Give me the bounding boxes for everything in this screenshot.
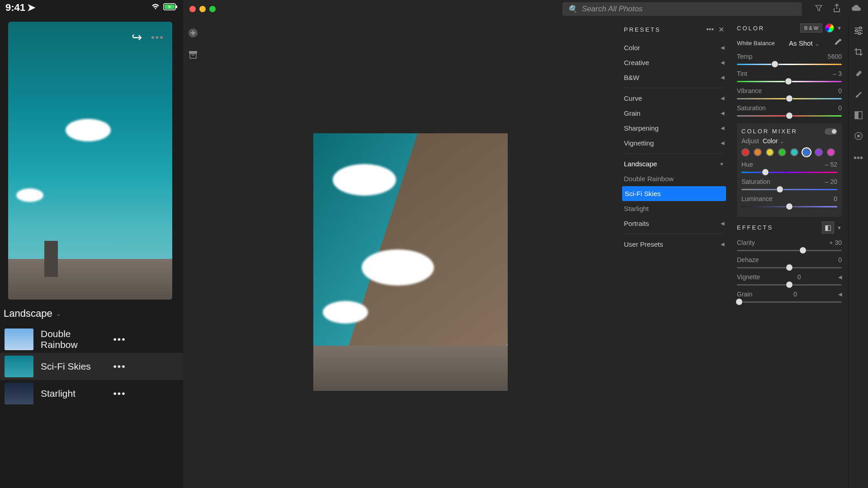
tint-slider[interactable] [737,78,842,84]
clarity-value: + 30 [829,239,842,246]
preset-label: Double Rainbow [41,328,106,350]
color-swatch[interactable] [827,148,835,156]
svg-rect-4 [189,51,197,53]
group-user-presets[interactable]: User Presets◀ [618,237,731,252]
battery-icon [163,3,178,13]
group-landscape[interactable]: Landscape▼ [618,156,731,171]
collapse-icon: ◀ [721,140,724,146]
close-icon[interactable]: ✕ [718,25,724,34]
group-vignetting[interactable]: Vignetting◀ [618,136,731,150]
grain-slider[interactable] [737,299,842,305]
category-dropdown[interactable]: Landscape ⌄ [0,300,183,326]
collapse-icon[interactable]: ◀ [838,291,842,297]
crop-icon[interactable] [854,47,863,59]
preset-double-rainbow[interactable]: Double Rainbow [618,171,731,186]
desktop-app: 🔍 Search All Photos [183,0,868,488]
search-input[interactable]: 🔍 Search All Photos [562,2,802,16]
temp-value: 5600 [828,53,842,60]
maximize-window-button[interactable] [209,6,216,12]
collapse-icon[interactable]: ◀ [838,274,842,280]
brush-icon[interactable] [854,90,863,101]
status-bar: 9:41 ➤ [0,0,183,15]
color-swatch[interactable] [815,148,823,156]
group-creative[interactable]: Creative◀ [618,55,731,70]
color-mixer-section: COLOR MIXER Adjust Color ⌄ Hue– 52 Satur… [737,123,842,217]
group-portraits[interactable]: Portraits◀ [618,216,731,231]
canvas [203,18,618,488]
gradient-icon[interactable] [854,111,863,122]
lum-value: 0 [834,195,837,202]
mobile-view: 9:41 ➤ ↪ ••• Landscape ⌄ Double Rainbow … [0,0,183,488]
lum-slider[interactable] [741,203,837,210]
preset-thumb [5,383,33,404]
minimize-window-button[interactable] [199,6,206,12]
color-swatch[interactable] [802,148,811,156]
saturation-slider[interactable] [737,113,842,119]
cloud-icon[interactable] [851,4,862,14]
color-swatch[interactable] [741,148,750,156]
mobile-preview-image: ↪ ••• [8,22,172,300]
eyedropper-icon[interactable] [834,38,842,48]
hue-value: – 52 [825,161,837,168]
color-swatch[interactable] [778,148,786,156]
preset-label: Starlight [41,388,106,399]
hue-label: Hue [741,161,753,168]
bw-button[interactable]: B & W [800,23,822,33]
more-icon[interactable]: ••• [854,153,863,163]
group-color[interactable]: Color◀ [618,40,731,55]
preset-double-rainbow[interactable]: Double Rainbow ••• [0,326,183,353]
color-title: COLOR [737,25,764,32]
healing-icon[interactable] [854,69,863,80]
status-time: 9:41 [5,2,25,14]
radial-icon[interactable] [854,131,863,143]
share-icon[interactable] [833,4,841,15]
collapse-icon[interactable]: ▼ [837,225,842,230]
more-icon[interactable]: ••• [706,25,714,34]
collapse-icon: ◀ [721,60,724,66]
more-icon[interactable]: ••• [113,388,179,399]
chevron-down-icon: ⌄ [56,310,61,317]
vignette-slider[interactable] [737,282,842,288]
hue-slider[interactable] [741,169,837,175]
adjustments-icon[interactable] [854,26,863,38]
color-swatch[interactable] [766,148,774,156]
share-icon[interactable]: ↪ [132,30,142,45]
group-bw[interactable]: B&W◀ [618,70,731,85]
preset-scifi-skies[interactable]: Sci-Fi Skies [622,186,726,201]
preset-starlight[interactable]: Starlight [618,201,731,216]
effects-icon[interactable]: ◧ [822,221,834,234]
search-icon: 🔍 [568,5,577,14]
svg-rect-10 [855,70,862,77]
clarity-slider[interactable] [737,247,842,253]
mixer-sat-slider[interactable] [741,186,837,192]
collapse-icon[interactable]: ▼ [837,25,842,31]
vibrance-value: 0 [838,87,842,94]
more-icon[interactable]: ••• [151,32,164,43]
svg-rect-2 [176,5,177,8]
preset-starlight[interactable]: Starlight ••• [0,380,183,407]
vibrance-slider[interactable] [737,95,842,102]
wb-dropdown[interactable]: As Shot ⌄ [789,39,820,47]
close-window-button[interactable] [189,6,196,12]
color-swatch[interactable] [754,148,762,156]
adjust-dropdown[interactable]: Color ⌄ [763,137,784,145]
group-grain[interactable]: Grain◀ [618,106,731,121]
filter-icon[interactable] [815,4,823,14]
archive-icon[interactable] [187,49,199,61]
mixer-toggle[interactable] [825,128,837,135]
preset-scifi-skies[interactable]: Sci-Fi Skies ••• [0,353,183,380]
effects-title: EFFECTS [737,224,773,231]
add-icon[interactable] [187,27,199,39]
color-swatch[interactable] [790,148,798,156]
group-curve[interactable]: Curve◀ [618,91,731,106]
temp-slider[interactable] [737,61,842,67]
grain-label: Grain [737,291,752,298]
main-image[interactable] [313,133,508,391]
more-icon[interactable]: ••• [113,334,179,345]
svg-point-14 [857,135,860,137]
colorwheel-icon[interactable] [825,23,834,33]
more-icon[interactable]: ••• [113,361,179,372]
saturation-label: Saturation [737,104,766,112]
group-sharpening[interactable]: Sharpening◀ [618,121,731,136]
dehaze-slider[interactable] [737,264,842,271]
